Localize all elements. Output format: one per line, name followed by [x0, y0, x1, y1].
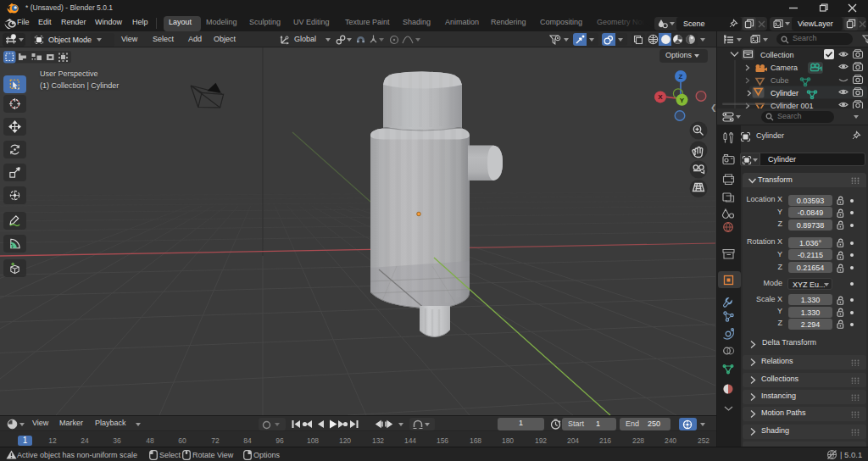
svg-text:X: X [658, 93, 663, 101]
svg-text:Z: Z [679, 73, 683, 81]
svg-text:Y: Y [680, 97, 685, 104]
